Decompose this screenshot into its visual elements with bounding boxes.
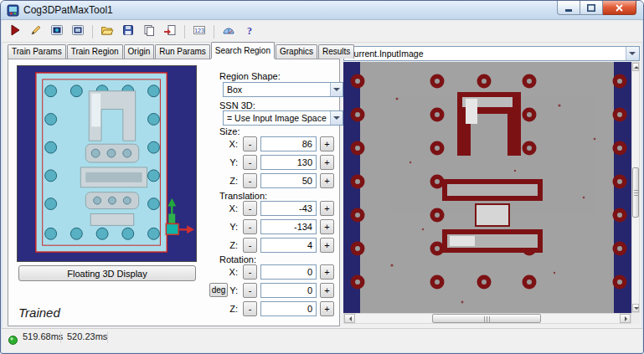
minimize-button[interactable] (557, 1, 580, 15)
vertical-scroll-thumb[interactable] (632, 167, 639, 218)
scroll-left-button[interactable] (344, 314, 355, 323)
translation-y-field[interactable]: -134 (260, 219, 317, 234)
edit-button[interactable] (27, 23, 45, 41)
horizontal-scroll-thumb[interactable] (432, 314, 541, 323)
translation-z-increment-button[interactable]: + (320, 238, 334, 253)
rotation-y-field[interactable]: 0 (260, 283, 317, 298)
rotation-z-decrement-button[interactable]: - (243, 301, 257, 316)
save-file-button[interactable] (119, 23, 137, 41)
rotation-x-decrement-button[interactable]: - (243, 264, 257, 280)
translation-x-field[interactable]: -43 (260, 201, 317, 216)
size-y-decrement-button[interactable]: - (243, 155, 257, 170)
paste-icon (142, 23, 156, 39)
scroll-right-button[interactable] (620, 314, 631, 323)
tab-train-region[interactable]: Train Region (67, 44, 123, 59)
size-z-field[interactable]: 50 (260, 173, 317, 188)
rotation-y-increment-button[interactable]: + (320, 283, 334, 298)
save-icon (121, 23, 135, 39)
svg-text:?: ? (247, 25, 252, 37)
size-y-field[interactable]: 130 (260, 155, 317, 170)
rotation-z-field[interactable]: 0 (260, 301, 317, 316)
display-a-icon (50, 23, 64, 39)
chevron-down-icon[interactable] (330, 83, 343, 96)
rotation-y-label: Y: (223, 283, 238, 298)
tab-run-params[interactable]: Run Params (155, 44, 210, 59)
window-title: Cog3DPatMaxTool1 (23, 1, 113, 20)
protractor-button[interactable] (219, 23, 238, 41)
image-source-value: Current.InputImage (348, 47, 423, 60)
minimize-icon (564, 4, 573, 12)
close-icon (616, 4, 623, 12)
help-button[interactable]: ? (240, 23, 259, 41)
size-x-decrement-button[interactable]: - (243, 136, 257, 151)
floating-3d-display-button[interactable]: Floating 3D Display (18, 265, 196, 281)
region-shape-label: Region Shape: (219, 71, 281, 81)
maximize-button[interactable] (580, 1, 603, 15)
size-z-increment-button[interactable]: + (320, 173, 334, 188)
svg-text:123: 123 (194, 28, 204, 33)
region-shape-combo[interactable]: Box (223, 82, 343, 97)
display-button-b[interactable] (69, 23, 87, 41)
size-y-increment-button[interactable]: + (320, 155, 334, 170)
size-z-decrement-button[interactable]: - (243, 173, 257, 188)
help-icon: ? (243, 23, 256, 39)
protractor-icon (222, 23, 235, 39)
region-parameters: Region Shape: Box SSN 3D: = Use Input Im… (209, 59, 335, 326)
scroll-up-button[interactable] (632, 63, 639, 71)
scroll-down-button[interactable] (632, 304, 639, 312)
input-image-view[interactable] (343, 62, 631, 313)
size-x-field[interactable]: 86 (260, 136, 317, 151)
run-button[interactable] (6, 23, 24, 41)
size-z-label: Z: (223, 173, 238, 188)
maximize-icon (587, 4, 595, 12)
title-bar[interactable]: Cog3DPatMaxTool1 (1, 1, 643, 20)
numbers-button[interactable]: 123 (190, 23, 209, 41)
open-folder-icon (100, 23, 114, 39)
status-bar: 519.68ms 520.23ms (2, 328, 642, 352)
close-button[interactable] (603, 1, 636, 15)
3d-display-view[interactable] (17, 65, 197, 262)
ssn3d-combo[interactable]: = Use Input Image Space (223, 110, 343, 126)
search-region-tab-page: Floating 3D Display Trained Region Shape… (8, 59, 340, 326)
translation-x-decrement-button[interactable]: - (243, 201, 257, 216)
tab-results[interactable]: Results (318, 44, 354, 59)
import-button[interactable] (161, 23, 179, 41)
rotation-label: Rotation: (219, 254, 256, 264)
horizontal-scrollbar[interactable] (343, 313, 631, 324)
translation-y-increment-button[interactable]: + (320, 219, 334, 234)
trained-status-label: Trained (18, 305, 60, 320)
chevron-down-icon[interactable] (626, 47, 639, 60)
rotation-z-increment-button[interactable]: + (320, 301, 334, 316)
tab-graphics[interactable]: Graphics (276, 44, 317, 59)
tab-train-params[interactable]: Train Params (8, 44, 66, 59)
translation-z-field[interactable]: 4 (260, 238, 317, 253)
status-separator (60, 331, 61, 343)
translation-z-decrement-button[interactable]: - (243, 238, 257, 253)
translation-x-label: X: (223, 201, 238, 216)
size-x-increment-button[interactable]: + (320, 136, 334, 151)
status-time-2: 520.23ms (67, 331, 107, 341)
chevron-down-icon[interactable] (330, 111, 343, 125)
rotation-x-increment-button[interactable]: + (320, 264, 334, 280)
vertical-scrollbar[interactable] (631, 62, 640, 313)
rotation-x-field[interactable]: 0 (260, 264, 317, 280)
open-file-button[interactable] (98, 23, 116, 41)
translation-y-decrement-button[interactable]: - (243, 219, 257, 234)
translation-y-label: Y: (223, 219, 238, 234)
toolbar-separator (184, 25, 185, 38)
translation-x-increment-button[interactable]: + (320, 201, 334, 216)
status-separator (107, 331, 108, 343)
rotation-x-label: X: (223, 264, 238, 280)
display-button-a[interactable] (48, 23, 66, 41)
run-icon (8, 23, 22, 39)
toolbar-separator (214, 25, 214, 38)
tab-origin[interactable]: Origin (124, 44, 155, 59)
tab-search-region[interactable]: Search Region (211, 42, 275, 59)
translation-z-label: Z: (223, 238, 238, 253)
image-source-combo[interactable]: Current.InputImage (343, 46, 640, 61)
rotation-y-decrement-button[interactable]: - (243, 283, 257, 298)
numbers-icon: 123 (193, 23, 206, 39)
paste-button[interactable] (140, 23, 158, 41)
scrollbar-corner (631, 313, 640, 324)
size-x-label: X: (223, 136, 238, 151)
